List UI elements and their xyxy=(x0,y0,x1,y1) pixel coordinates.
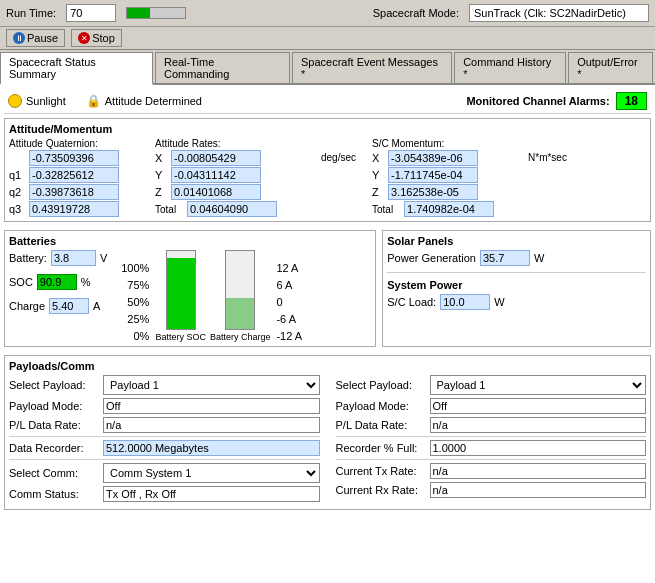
power-gen-label: Power Generation xyxy=(387,252,476,264)
payloads-right: Select Payload: Payload 1 Payload Mode: … xyxy=(336,375,647,505)
power-gen-row: Power Generation W xyxy=(387,250,646,266)
run-time-input[interactable] xyxy=(66,4,116,22)
battery-row: Battery: V xyxy=(9,250,107,266)
system-power-title: System Power xyxy=(387,279,646,291)
attitude-label: Attitude Determined xyxy=(105,95,202,107)
left-data-rate-input xyxy=(103,417,320,433)
payloads-section: Payloads/Comm Select Payload: Payload 1 … xyxy=(4,355,651,510)
soc-bar-fill xyxy=(167,258,195,329)
mz-label: Z xyxy=(372,186,386,198)
battery-label: Battery: xyxy=(9,252,47,264)
left-select-comm-dropdown[interactable]: Comm System 1 xyxy=(103,463,320,483)
sc-momentum-label: S/C Momentum: xyxy=(372,138,522,149)
momentum-unit: N*m*sec xyxy=(528,138,567,163)
tab-realtime-commanding[interactable]: Real-Time Commanding xyxy=(155,52,290,83)
sunlight-label: Sunlight xyxy=(26,95,66,107)
charge-bar-col: Battery Charge xyxy=(210,250,271,342)
pause-button[interactable]: ⏸ Pause xyxy=(6,29,65,47)
batteries-section: Batteries Battery: V SOC % Charge xyxy=(4,230,376,347)
charge-bar-fill xyxy=(226,298,254,329)
q2-label: q2 xyxy=(9,186,27,198)
attitude-lock: 🔒 Attitude Determined xyxy=(86,94,202,108)
total-label: Total xyxy=(155,204,185,215)
stop-label: Stop xyxy=(92,32,115,44)
q3-label: q3 xyxy=(9,203,27,215)
left-comm-status-input xyxy=(103,486,320,502)
right-select-payload-dropdown[interactable]: Payload 1 xyxy=(430,375,647,395)
my-input xyxy=(388,167,478,183)
mtotal-input xyxy=(404,201,494,217)
right-current-tx-input xyxy=(430,463,647,479)
right-payload-mode-label: Payload Mode: xyxy=(336,400,426,412)
q3-input xyxy=(29,201,119,217)
left-select-comm-row: Select Comm: Comm System 1 xyxy=(9,463,320,483)
left-select-payload-dropdown[interactable]: Payload 1 xyxy=(103,375,320,395)
right-scale: 12 A 6 A 0 -6 A -12 A xyxy=(276,262,302,342)
spacecraft-mode-label: Spacecraft Mode: xyxy=(373,7,459,19)
charge-unit: A xyxy=(93,300,100,312)
my-label: Y xyxy=(372,169,386,181)
right-current-tx-label: Current Tx Rate: xyxy=(336,465,426,477)
tab-bar: Spacecraft Status Summary Real-Time Comm… xyxy=(0,50,655,85)
soc-unit: % xyxy=(81,276,91,288)
right-data-rate-input xyxy=(430,417,647,433)
x-rate-input xyxy=(171,150,261,166)
run-time-progress-fill xyxy=(127,8,150,18)
tab-command-history[interactable]: Command History * xyxy=(454,52,566,83)
right-current-rx-row: Current Rx Rate: xyxy=(336,482,647,498)
right-current-rx-input xyxy=(430,482,647,498)
soc-bar-col: Battery SOC xyxy=(155,250,206,342)
payloads-title: Payloads/Comm xyxy=(9,360,646,372)
right-select-payload-row: Select Payload: Payload 1 xyxy=(336,375,647,395)
left-data-recorder-input xyxy=(103,440,320,456)
y-rate-input xyxy=(171,167,261,183)
right-current-rx-label: Current Rx Rate: xyxy=(336,484,426,496)
left-data-recorder-label: Data Recorder: xyxy=(9,442,99,454)
right-select-payload-label: Select Payload: xyxy=(336,379,426,391)
soc-bar-outer xyxy=(166,250,196,330)
right-payload-mode-input xyxy=(430,398,647,414)
status-row: Sunlight 🔒 Attitude Determined Monitored… xyxy=(4,89,651,114)
charge-bar-label: Battery Charge xyxy=(210,332,271,342)
stop-button[interactable]: ✕ Stop xyxy=(71,29,122,47)
y-label: Y xyxy=(155,169,169,181)
right-payload-mode-row: Payload Mode: xyxy=(336,398,647,414)
left-scale: 100% 75% 50% 25% 0% xyxy=(121,262,149,342)
toolbar: Run Time: Spacecraft Mode: xyxy=(0,0,655,27)
right-recorder-full-label: Recorder % Full: xyxy=(336,442,426,454)
payloads-left: Select Payload: Payload 1 Payload Mode: … xyxy=(9,375,320,505)
sc-load-row: S/C Load: W xyxy=(387,294,646,310)
battery-input xyxy=(51,250,96,266)
sc-load-input xyxy=(440,294,490,310)
power-gen-unit: W xyxy=(534,252,544,264)
monitored-alarms: Monitored Channel Alarms: 18 xyxy=(466,92,647,110)
z-rate-input xyxy=(171,184,261,200)
charge-label: Charge xyxy=(9,300,45,312)
left-comm-status-label: Comm Status: xyxy=(9,488,99,500)
total-rate-input xyxy=(187,201,277,217)
tab-output-error[interactable]: Output/Error * xyxy=(568,52,653,83)
q1-input xyxy=(29,167,119,183)
tab-event-messages[interactable]: Spacecraft Event Messages * xyxy=(292,52,452,83)
main-content: Sunlight 🔒 Attitude Determined Monitored… xyxy=(0,85,655,583)
mx-label: X xyxy=(372,152,386,164)
batteries-title: Batteries xyxy=(9,235,371,247)
battery-unit: V xyxy=(100,252,107,264)
stop-icon: ✕ xyxy=(78,32,90,44)
right-recorder-full-input xyxy=(430,440,647,456)
sc-load-unit: W xyxy=(494,296,504,308)
left-comm-status-row: Comm Status: xyxy=(9,486,320,502)
rates-label: Attitude Rates: xyxy=(155,138,315,149)
x-label: X xyxy=(155,152,169,164)
right-data-rate-row: P/L Data Rate: xyxy=(336,417,647,433)
q2-input xyxy=(29,184,119,200)
solar-title: Solar Panels xyxy=(387,235,646,247)
charge-row: Charge A xyxy=(9,298,107,314)
mx-input xyxy=(388,150,478,166)
tab-spacecraft-status[interactable]: Spacecraft Status Summary xyxy=(0,52,153,85)
q0-input xyxy=(29,150,119,166)
left-data-recorder-row: Data Recorder: xyxy=(9,440,320,456)
quaternion-label: Attitude Quaternion: xyxy=(9,138,149,149)
q1-label: q1 xyxy=(9,169,27,181)
right-recorder-full-row: Recorder % Full: xyxy=(336,440,647,456)
